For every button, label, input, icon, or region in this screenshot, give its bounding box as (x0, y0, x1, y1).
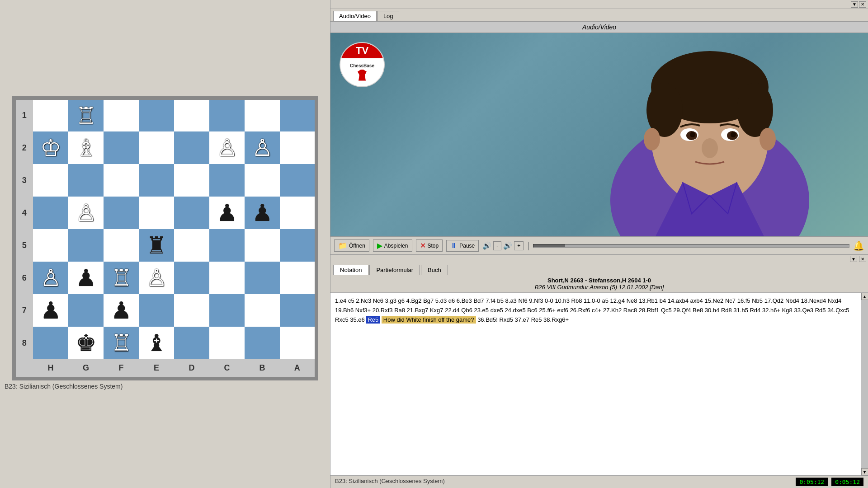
opening-label: B23: Sizilianisch (Geschlossenes System) (5, 383, 123, 390)
square-h2[interactable]: ♔ (33, 131, 68, 164)
square-b4[interactable]: ♟ (245, 197, 280, 229)
close-button[interactable]: ✕ (859, 1, 866, 8)
scroll-up-button[interactable]: ▲ (861, 293, 868, 300)
corner-label (15, 359, 33, 377)
square-f8[interactable]: ♖ (104, 327, 139, 359)
tv-logo: TV ChessBase (340, 42, 385, 87)
separator: | (527, 240, 529, 251)
square-g4[interactable]: ♙ (68, 197, 104, 229)
square-d2[interactable] (174, 131, 209, 164)
square-h3[interactable] (33, 164, 68, 197)
square-f4[interactable] (104, 197, 139, 229)
square-c3[interactable] (209, 164, 245, 197)
volume-down-button[interactable]: - (493, 241, 501, 250)
square-a5[interactable] (280, 229, 315, 262)
square-a8[interactable] (280, 327, 315, 359)
square-f7[interactable]: ♟ (104, 294, 139, 327)
square-h6[interactable]: ♙ (33, 262, 68, 294)
square-a7[interactable] (280, 294, 315, 327)
scroll-down-button[interactable]: ▼ (861, 468, 868, 475)
square-g7[interactable] (68, 294, 104, 327)
square-a2[interactable] (280, 131, 315, 164)
tab-notation[interactable]: Notation (333, 265, 368, 275)
square-d1[interactable] (174, 99, 209, 131)
square-c6[interactable] (209, 262, 245, 294)
square-d8[interactable] (174, 327, 209, 359)
square-c1[interactable] (209, 99, 245, 131)
piece-e5: ♜ (146, 232, 167, 258)
square-c7[interactable] (209, 294, 245, 327)
square-h8[interactable] (33, 327, 68, 359)
stop-label: Stop (428, 243, 439, 249)
notation-close[interactable]: ✕ (859, 256, 866, 262)
square-d3[interactable] (174, 164, 209, 197)
square-a6[interactable] (280, 262, 315, 294)
open-button[interactable]: 📁 Öffnen (334, 239, 369, 252)
progress-bar[interactable] (533, 244, 849, 248)
square-h1[interactable] (33, 99, 68, 131)
square-a4[interactable] (280, 197, 315, 229)
square-e4[interactable] (139, 197, 174, 229)
square-e5[interactable]: ♜ (139, 229, 174, 262)
square-g1[interactable]: ♖ (68, 99, 104, 131)
square-e6[interactable]: ♙ (139, 262, 174, 294)
square-a3[interactable] (280, 164, 315, 197)
square-f1[interactable] (104, 99, 139, 131)
square-c8[interactable] (209, 327, 245, 359)
file-label-e: E (139, 359, 174, 377)
square-b3[interactable] (245, 164, 280, 197)
square-g8[interactable]: ♚ (68, 327, 104, 359)
square-d4[interactable] (174, 197, 209, 229)
square-f5[interactable] (104, 229, 139, 262)
square-e2[interactable] (139, 131, 174, 164)
volume-up-button[interactable]: + (514, 241, 524, 250)
tab-audio-video[interactable]: Audio/Video (333, 11, 377, 21)
square-g6[interactable]: ♟ (68, 262, 104, 294)
square-d6[interactable] (174, 262, 209, 294)
notation-panel: ▼ ✕ Notation Partieformular Buch Short,N… (330, 255, 868, 475)
square-e8[interactable]: ♝ (139, 327, 174, 359)
square-b2[interactable]: ♙ (245, 131, 280, 164)
stop-button[interactable]: ✕ Stop (416, 239, 443, 252)
square-e3[interactable] (139, 164, 174, 197)
piece-g6: ♟ (75, 265, 97, 291)
square-h7[interactable]: ♟ (33, 294, 68, 327)
square-h5[interactable] (33, 229, 68, 262)
scroll-track[interactable] (861, 300, 868, 468)
tab-log[interactable]: Log (377, 11, 399, 21)
square-c2[interactable]: ♙ (209, 131, 245, 164)
square-b1[interactable] (245, 99, 280, 131)
piece-c2: ♙ (217, 135, 238, 161)
rank-label-5: 5 (15, 229, 33, 262)
square-c4[interactable]: ♟ (209, 197, 245, 229)
notation-minimize[interactable]: ▼ (850, 256, 857, 262)
minimize-button[interactable]: ▼ (851, 1, 858, 8)
square-b6[interactable] (245, 262, 280, 294)
square-d7[interactable] (174, 294, 209, 327)
square-b7[interactable] (245, 294, 280, 327)
tab-partieformular[interactable]: Partieformular (369, 265, 420, 275)
tab-buch[interactable]: Buch (421, 265, 448, 275)
square-g3[interactable] (68, 164, 104, 197)
square-f3[interactable] (104, 164, 139, 197)
square-b5[interactable] (245, 229, 280, 262)
status-bar: B23: Sizilianisch (Geschlossenes System)… (330, 475, 868, 488)
square-e7[interactable] (139, 294, 174, 327)
play-button[interactable]: ▶ Abspielen (373, 239, 412, 252)
square-b8[interactable] (245, 327, 280, 359)
square-e1[interactable] (139, 99, 174, 131)
square-c5[interactable] (209, 229, 245, 262)
square-g5[interactable] (68, 229, 104, 262)
square-d5[interactable] (174, 229, 209, 262)
title-bar: ▼ ✕ (330, 0, 868, 9)
square-f6[interactable]: ♖ (104, 262, 139, 294)
nav-icon: 🔔 (853, 240, 864, 251)
square-g2[interactable]: ♗ (68, 131, 104, 164)
square-h4[interactable] (33, 197, 68, 229)
piece-g4: ♙ (75, 200, 97, 226)
pause-button[interactable]: ⏸ Pause (446, 240, 479, 252)
square-f2[interactable] (104, 131, 139, 164)
square-a1[interactable] (280, 99, 315, 131)
file-label-d: D (174, 359, 209, 377)
notation-content[interactable]: 1.e4 c5 2.Nc3 Nc6 3.g3 g6 4.Bg2 Bg7 5.d3… (330, 293, 861, 475)
